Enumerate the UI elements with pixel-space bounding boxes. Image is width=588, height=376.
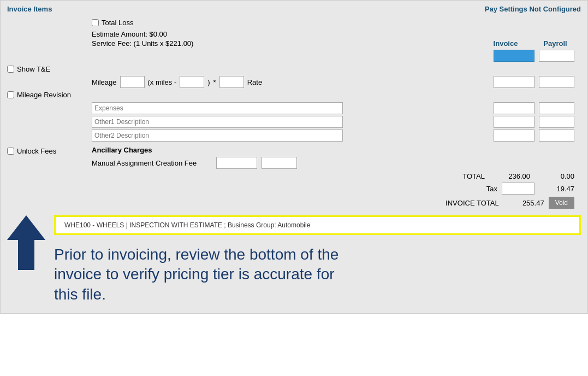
tax-invoice-value: 19.47: [539, 185, 574, 193]
show-te-checkbox-label[interactable]: Show T&E: [7, 65, 50, 73]
mileage-revision-checkbox-label[interactable]: Mileage Revision: [7, 91, 71, 99]
expenses-payroll-input[interactable]: 0.00: [539, 102, 574, 114]
description-text: Prior to invoicing, review the bottom of…: [54, 245, 502, 304]
manual-assignment-payroll-input[interactable]: 0: [262, 157, 297, 169]
service-fee-payroll-input[interactable]: 0.00: [539, 50, 574, 62]
total-loss-checkbox-label[interactable]: Total Loss: [92, 19, 134, 27]
unlock-fees-checkbox[interactable]: [7, 148, 14, 155]
multiply-sign: *: [213, 78, 216, 86]
mileage-rate-input[interactable]: 0.00: [219, 76, 244, 88]
mileage-payroll-input[interactable]: 0.00: [539, 76, 574, 88]
void-button[interactable]: Void: [549, 197, 574, 209]
info-box-text: WHE100 - WHEELS | INSPECTION WITH ESTIMA…: [64, 221, 310, 229]
invoice-total-value: 255.47: [503, 199, 544, 207]
info-box: WHE100 - WHEELS | INSPECTION WITH ESTIMA…: [54, 215, 581, 235]
other1-input[interactable]: [92, 116, 343, 128]
rate-label: Rate: [247, 78, 262, 86]
tax-value-input[interactable]: 8.2500: [502, 183, 534, 195]
expenses-invoice-input[interactable]: 0.00: [494, 102, 534, 114]
x-miles-label: (x miles -: [148, 78, 177, 86]
other2-input[interactable]: [92, 130, 343, 142]
manual-assignment-label: Manual Assignment Creation Fee: [92, 159, 212, 167]
up-arrow-icon: [7, 215, 45, 270]
unlock-fees-checkbox-label[interactable]: Unlock Fees: [7, 147, 92, 155]
invoice-items-title: Invoice Items: [7, 5, 52, 13]
service-fee-label: Service Fee: (1 Units x $221.00): [92, 39, 484, 48]
total-loss-label: Total Loss: [102, 19, 134, 27]
invoice-column-header: Invoice: [484, 39, 527, 48]
estimate-amount: Estimate Amount: $0.00: [92, 30, 484, 38]
total-invoice-value: 236.00: [489, 172, 530, 180]
show-te-checkbox[interactable]: [7, 66, 14, 73]
invoice-total-label: INVOICE TOTAL: [446, 199, 499, 207]
expenses-input[interactable]: [92, 102, 343, 114]
other2-payroll-input[interactable]: 0.00: [539, 130, 574, 142]
tax-label: Tax: [486, 185, 497, 193]
x-miles-input[interactable]: 0: [180, 76, 204, 88]
manual-assignment-invoice-input[interactable]: 15.00: [216, 157, 257, 169]
total-payroll-value: 0.00: [539, 172, 574, 180]
mileage-value-input[interactable]: 3: [120, 76, 145, 88]
total-loss-checkbox[interactable]: [92, 19, 99, 26]
show-te-label: Show T&E: [17, 65, 50, 73]
mileage-label: Mileage: [92, 78, 117, 86]
svg-marker-0: [7, 215, 45, 270]
other1-invoice-input[interactable]: 0.00: [494, 116, 534, 128]
other2-invoice-input[interactable]: 0.00: [494, 130, 534, 142]
mileage-invoice-input[interactable]: 0.00: [494, 76, 534, 88]
other1-payroll-input[interactable]: 0.00: [539, 116, 574, 128]
unlock-fees-label: Unlock Fees: [17, 147, 56, 155]
ancillary-charges-title: Ancillary Charges: [92, 146, 581, 154]
close-paren: ): [207, 78, 210, 86]
service-fee-invoice-input[interactable]: 221.00: [494, 50, 534, 62]
payroll-column-header: Payroll: [536, 39, 574, 48]
pay-settings-label: Pay Settings Not Configured: [485, 5, 581, 13]
mileage-revision-checkbox[interactable]: [7, 91, 14, 98]
total-label: TOTAL: [462, 172, 485, 180]
mileage-revision-label: Mileage Revision: [17, 91, 71, 99]
